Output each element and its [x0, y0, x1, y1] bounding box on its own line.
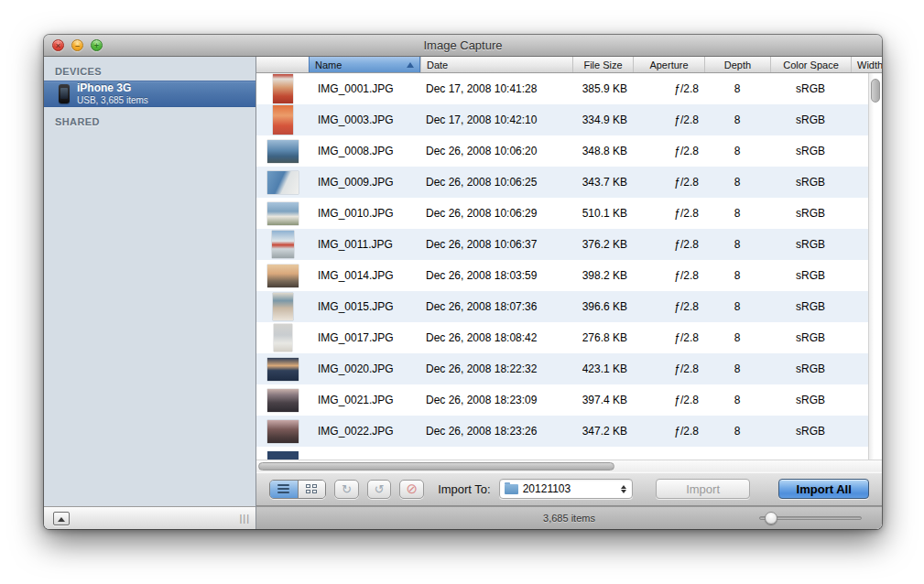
table-row[interactable]: IMG_0017.JPG Dec 26, 2008 18:08:42 276.8… — [256, 322, 868, 353]
cell-file-size: 423.1 KB — [572, 362, 633, 375]
cell-file-size: 276.8 KB — [572, 331, 633, 344]
table-row[interactable]: IMG_0008.JPG Dec 26, 2008 10:06:20 348.8… — [256, 135, 868, 167]
column-header-width[interactable]: Width — [851, 57, 882, 72]
cell-name: IMG_0009.JPG — [309, 176, 420, 189]
grid-view-button[interactable] — [299, 481, 326, 498]
table-row[interactable]: IMG_0020.JPG Dec 26, 2008 18:22:32 423.1… — [256, 353, 868, 384]
thumbnail-size-slider[interactable] — [759, 512, 862, 525]
sidebar-item-iphone[interactable]: iPhone 3G USB, 3,685 items — [44, 81, 255, 107]
table-body: IMG_0001.JPG Dec 17, 2008 10:41:28 385.9… — [256, 73, 882, 460]
cell-name: IMG_0001.JPG — [309, 82, 420, 95]
file-browser: Name Date File Size Aperture Depth Color… — [256, 57, 882, 529]
cell-depth: 8 — [704, 207, 770, 220]
iphone-icon — [59, 84, 70, 103]
cell-color-space: sRGB — [770, 269, 851, 282]
table-row[interactable]: IMG_0011.JPG Dec 26, 2008 10:06:37 376.2… — [256, 229, 868, 260]
list-view-icon — [277, 484, 289, 493]
minimize-button[interactable]: – — [71, 39, 83, 51]
cell-date: Dec 17, 2008 10:42:10 — [420, 114, 572, 126]
table-row[interactable]: IMG_0009.JPG Dec 26, 2008 10:06:25 343.7… — [256, 167, 868, 198]
cell-date: Dec 26, 2008 18:23:26 — [420, 425, 572, 438]
device-subtitle: USB, 3,685 items — [77, 95, 148, 105]
cell-date: Dec 26, 2008 10:06:29 — [420, 207, 572, 220]
cell-depth: 8 — [704, 394, 770, 406]
import-button[interactable]: Import — [656, 479, 751, 499]
column-header-depth[interactable]: Depth — [704, 57, 770, 72]
column-header-date[interactable]: Date — [420, 57, 572, 72]
device-settings-toggle-button[interactable] — [53, 512, 70, 525]
cell-depth: 8 — [704, 114, 770, 126]
cell-name: IMG_0017.JPG — [309, 331, 420, 344]
cell-date: Dec 26, 2008 18:22:32 — [420, 362, 572, 375]
window-controls: × – + — [52, 35, 103, 56]
photo-thumbnail — [267, 389, 299, 412]
cell-date: Dec 26, 2008 10:06:20 — [420, 145, 572, 157]
horizontal-scrollbar[interactable] — [256, 460, 882, 471]
rotate-right-button[interactable]: ↻ — [334, 480, 359, 499]
photo-thumbnail — [267, 451, 299, 460]
destination-folder-name: 20121103 — [523, 482, 615, 495]
column-header-file-size[interactable]: File Size — [572, 57, 633, 72]
cell-date: Dec 17, 2008 10:41:28 — [420, 82, 572, 95]
list-view-button[interactable] — [270, 481, 298, 498]
rotate-left-icon: ↺ — [375, 482, 385, 496]
cell-date: Dec 26, 2008 10:06:37 — [420, 238, 572, 251]
cell-depth: 8 — [704, 300, 770, 313]
delete-button[interactable]: ⊘ — [399, 480, 424, 499]
column-header-aperture[interactable]: Aperture — [633, 57, 704, 72]
vertical-scrollbar-thumb[interactable] — [871, 79, 880, 103]
cell-aperture: ƒ/2.8 — [633, 176, 704, 189]
table-row[interactable]: IMG_0014.JPG Dec 26, 2008 18:03:59 398.2… — [256, 260, 868, 291]
cell-name: IMG_0020.JPG — [309, 362, 420, 375]
cell-aperture: ƒ/2.8 — [633, 425, 704, 438]
cell-depth: 8 — [704, 176, 770, 189]
vertical-scrollbar[interactable] — [868, 73, 882, 460]
photo-thumbnail — [274, 324, 292, 351]
import-all-button[interactable]: Import All — [778, 479, 869, 499]
cell-file-size: 385.9 KB — [572, 82, 633, 95]
sidebar-resize-handle[interactable]: ||| — [239, 514, 250, 524]
cell-file-size: 396.6 KB — [572, 300, 633, 313]
cell-name: IMG_0015.JPG — [309, 300, 420, 313]
table-row[interactable]: IMG_0003.JPG Dec 17, 2008 10:42:10 334.9… — [256, 104, 868, 135]
cell-aperture: ƒ/2.8 — [633, 394, 704, 406]
close-button[interactable]: × — [52, 39, 64, 51]
cell-name: IMG_0014.JPG — [309, 269, 420, 282]
cell-aperture: ƒ/2.8 — [633, 238, 704, 251]
table-row-partial[interactable] — [256, 447, 868, 460]
column-header-name[interactable]: Name — [309, 57, 420, 72]
cell-aperture: ƒ/2.8 — [633, 331, 704, 344]
cell-name: IMG_0022.JPG — [309, 425, 420, 438]
cell-depth: 8 — [704, 331, 770, 344]
column-header-file-size-label: File Size — [583, 59, 622, 70]
cell-file-size: 334.9 KB — [572, 114, 633, 126]
table-row[interactable]: IMG_0021.JPG Dec 26, 2008 18:23:09 397.4… — [256, 384, 868, 416]
photo-thumbnail — [267, 358, 299, 381]
items-count: 3,685 items — [543, 513, 595, 524]
table-row[interactable]: IMG_0015.JPG Dec 26, 2008 18:07:36 396.6… — [256, 291, 868, 322]
import-destination-popup[interactable]: 20121103 — [499, 479, 633, 499]
rotate-left-button[interactable]: ↺ — [367, 480, 392, 499]
cell-date: Dec 26, 2008 18:08:42 — [420, 331, 572, 344]
cell-file-size: 397.4 KB — [572, 394, 633, 406]
table-row[interactable]: IMG_0022.JPG Dec 26, 2008 18:23:26 347.2… — [256, 416, 868, 447]
table-row[interactable]: IMG_0001.JPG Dec 17, 2008 10:41:28 385.9… — [256, 73, 868, 104]
table-row[interactable]: IMG_0010.JPG Dec 26, 2008 10:06:29 510.1… — [256, 198, 868, 229]
cell-color-space: sRGB — [770, 331, 851, 344]
column-header-color-space[interactable]: Color Space — [770, 57, 851, 72]
cell-color-space: sRGB — [770, 394, 851, 406]
title-bar[interactable]: × – + Image Capture — [44, 35, 882, 57]
cell-depth: 8 — [704, 145, 770, 157]
photo-thumbnail — [267, 420, 299, 443]
horizontal-scrollbar-thumb[interactable] — [258, 462, 614, 470]
cell-color-space: sRGB — [770, 145, 851, 157]
column-header-thumbnail[interactable] — [256, 57, 309, 72]
photo-panel-icon — [58, 517, 65, 522]
cell-file-size: 343.7 KB — [572, 176, 633, 189]
cell-name: IMG_0010.JPG — [309, 207, 420, 220]
slider-knob[interactable] — [765, 512, 777, 525]
table-header: Name Date File Size Aperture Depth Color… — [256, 57, 882, 73]
cell-name: IMG_0008.JPG — [309, 145, 420, 157]
delete-icon: ⊘ — [407, 481, 419, 497]
zoom-button[interactable]: + — [91, 39, 103, 51]
